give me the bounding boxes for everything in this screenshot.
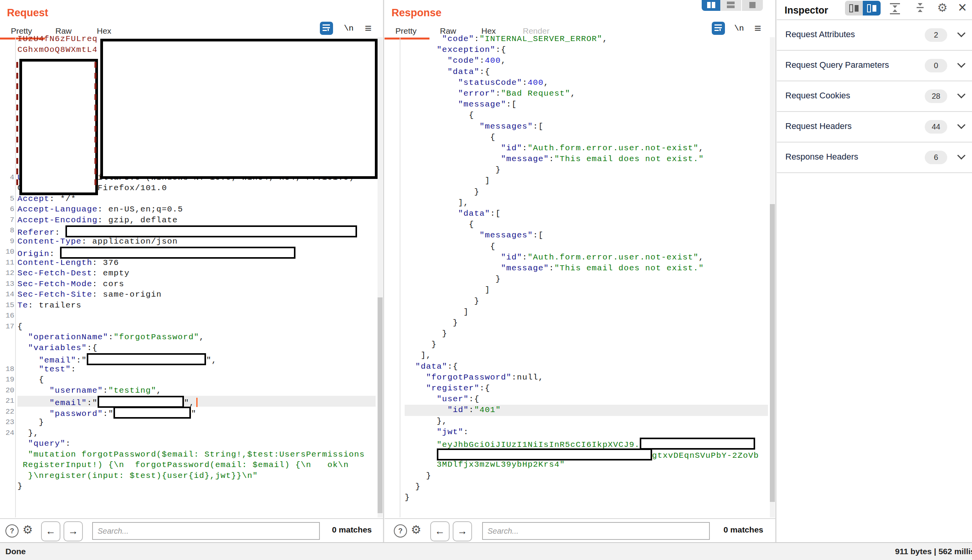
chevron-down-icon[interactable] (957, 60, 965, 68)
chevron-down-icon[interactable] (957, 29, 965, 37)
code-token: , (570, 89, 576, 98)
response-editor[interactable]: "code":"INTERNAL_SERVER_ERROR","exceptio… (405, 37, 768, 503)
chevron-down-icon[interactable] (957, 121, 965, 129)
redacted-text-fragment (16, 94, 18, 100)
code-row: } (405, 492, 768, 503)
code-token: : (65, 439, 71, 448)
gear-icon[interactable]: ⚙ (22, 523, 33, 536)
code-token: ] (464, 307, 469, 316)
code-token: "INTERNAL_SERVER_ERROR" (479, 34, 602, 43)
code-token: : */* (50, 194, 76, 203)
inspector-sections: Request Attributes2Request Query Paramet… (777, 19, 972, 173)
search-input[interactable] (92, 522, 320, 540)
line-number: 8 (0, 225, 14, 236)
close-icon[interactable]: × (958, 0, 967, 16)
redacted-text-fragment (16, 83, 18, 89)
help-icon[interactable]: ? (5, 524, 19, 538)
collapse-all-icon[interactable] (890, 3, 900, 14)
response-scrollbar-thumb[interactable] (770, 204, 775, 502)
gear-icon[interactable]: ⚙ (937, 1, 948, 14)
code-row: 12Sec-Fetch-Dest: empty (17, 268, 376, 279)
code-token: "data" (447, 67, 479, 76)
code-token: ], (421, 351, 431, 360)
inspector-section-request-headers[interactable]: Request Headers44 (777, 112, 972, 143)
previous-match-button[interactable]: ← (430, 521, 450, 541)
chevron-down-icon[interactable] (957, 151, 965, 160)
code-row: 24}, (17, 428, 376, 439)
word-wrap-icon[interactable] (712, 22, 725, 35)
redaction-box (640, 438, 755, 450)
code-token: : (496, 89, 501, 98)
code-token: ], (458, 198, 469, 207)
code-token: gtxvDEqnSVuPbY-2ZoVb (652, 451, 759, 460)
expand-all-icon[interactable] (915, 3, 925, 12)
hamburger-menu-icon[interactable]: ≡ (365, 22, 372, 35)
toggle-left-icon[interactable] (845, 1, 863, 15)
redaction-box (437, 448, 652, 460)
code-token: { (490, 133, 496, 142)
code-row: 19{ (17, 374, 376, 385)
code-row: { (405, 219, 768, 230)
code-row: RegisterInput!) {\n forgotPassword(email… (17, 460, 376, 471)
layout-selector[interactable] (702, 0, 763, 11)
word-wrap-icon[interactable] (320, 22, 333, 35)
code-token: } (426, 471, 431, 480)
layout-single-icon[interactable] (741, 0, 763, 11)
gear-icon[interactable]: ⚙ (411, 523, 421, 536)
code-token: "testing" (108, 386, 156, 395)
section-count-badge: 6 (925, 151, 947, 164)
newline-toggle[interactable]: \n (344, 24, 354, 33)
redacted-text-fragment (94, 105, 96, 110)
line-number: 16 (0, 311, 14, 321)
code-row: "messages":[ (405, 121, 768, 132)
hamburger-menu-icon[interactable]: ≡ (754, 22, 761, 35)
code-token: , (603, 34, 608, 43)
code-token: : (522, 253, 528, 262)
layout-columns-icon[interactable] (702, 0, 720, 11)
match-count: 0 matches (718, 525, 763, 534)
chevron-down-icon[interactable] (957, 90, 965, 98)
code-token: "code" (442, 34, 474, 43)
panel-divider[interactable] (383, 0, 384, 542)
code-token: "statusCode" (458, 78, 522, 87)
code-token: "Bad Request" (501, 89, 570, 98)
request-scrollbar[interactable] (378, 37, 383, 517)
inspector-section-request-cookies[interactable]: Request Cookies28 (777, 81, 972, 112)
code-token: { (469, 220, 474, 229)
help-icon[interactable]: ? (394, 524, 407, 538)
code-row: 6Accept-Language: en-US,en;q=0.5 (17, 204, 376, 215)
inspector-title: Inspector (785, 5, 828, 16)
newline-toggle[interactable]: \n (734, 24, 744, 33)
redacted-text-fragment (94, 94, 96, 100)
code-token: Accept-Encoding (17, 216, 98, 225)
layout-rows-icon[interactable] (720, 0, 741, 11)
code-token: "code" (447, 56, 479, 65)
section-label: Request Headers (785, 121, 852, 131)
redacted-text-fragment (16, 73, 18, 79)
code-row: }\nregister(input: $test){user{id},jwt}}… (17, 471, 376, 481)
code-row: "forgotPassword":null, (405, 372, 768, 383)
code-token: :{ (479, 384, 490, 393)
inspector-section-response-headers[interactable]: Response Headers6 (777, 143, 972, 173)
section-label: Request Attributes (785, 29, 855, 40)
code-token: "error" (458, 89, 496, 98)
toggle-right-icon[interactable] (863, 1, 881, 15)
next-match-button[interactable]: → (453, 521, 472, 541)
redacted-text-fragment (94, 83, 96, 89)
inspector-section-request-attributes[interactable]: Request Attributes2 (777, 20, 972, 51)
code-token: Sec-Fetch-Site (17, 290, 92, 299)
next-match-button[interactable]: → (64, 521, 83, 541)
search-input[interactable] (482, 522, 710, 540)
code-row: 7Accept-Encoding: gzip, deflate (17, 215, 376, 226)
code-row: "data":{ (405, 361, 768, 372)
code-row: "statusCode":400, (405, 77, 768, 88)
code-row: 14Sec-Fetch-Site: same-origin (17, 289, 376, 300)
request-scrollbar-thumb[interactable] (378, 297, 383, 513)
code-token: "Auth.form.error.user.not-exist" (527, 253, 699, 262)
code-token: : (522, 78, 528, 87)
response-scrollbar[interactable] (770, 37, 775, 517)
panel-divider[interactable] (775, 0, 776, 542)
previous-match-button[interactable]: ← (41, 521, 60, 541)
inspector-section-request-query-parameters[interactable]: Request Query Parameters0 (777, 51, 972, 81)
inspector-view-toggle[interactable] (845, 1, 881, 15)
